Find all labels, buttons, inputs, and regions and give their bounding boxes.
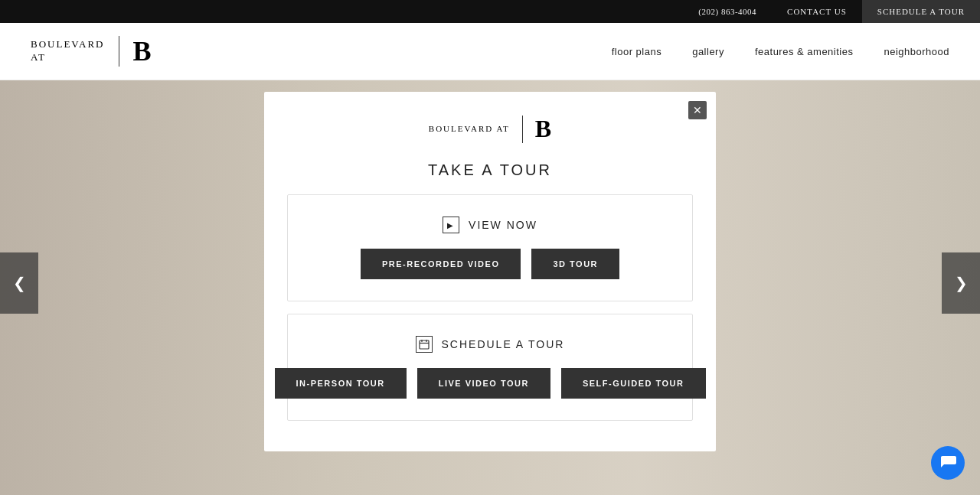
modal-logo-text: BOULEVARD AT <box>429 123 510 135</box>
view-now-buttons: PRE-RECORDED VIDEO 3D TOUR <box>311 249 669 279</box>
modal-title: TAKE A TOUR <box>287 161 693 179</box>
modal-close-button[interactable]: ✕ <box>688 101 707 119</box>
contact-us-link[interactable]: CONTACT US <box>772 7 862 16</box>
modal-logo-b: B <box>535 115 551 143</box>
nav-neighborhood[interactable]: neighborhood <box>884 46 949 57</box>
tour-modal: ✕ BOULEVARD AT B TAKE A TOUR ▶ VIEW NOW … <box>264 92 716 451</box>
modal-logo-divider <box>522 116 523 143</box>
calendar-icon <box>416 336 433 353</box>
slider-next-arrow[interactable]: ❯ <box>942 252 980 314</box>
schedule-tour-section: SCHEDULE A TOUR IN-PERSON TOUR LIVE VIDE… <box>287 314 693 421</box>
3d-tour-button[interactable]: 3D TOUR <box>531 249 619 279</box>
self-guided-tour-button[interactable]: SELF-GUIDED TOUR <box>561 368 706 399</box>
schedule-tour-buttons: IN-PERSON TOUR LIVE VIDEO TOUR SELF-GUID… <box>311 368 669 399</box>
phone-number: (202) 863-4004 <box>683 7 772 16</box>
view-now-section: ▶ VIEW NOW PRE-RECORDED VIDEO 3D TOUR <box>287 194 693 301</box>
nav-features-amenities[interactable]: features & amenities <box>755 46 854 57</box>
prerecorded-video-button[interactable]: PRE-RECORDED VIDEO <box>361 249 521 279</box>
logo-b-letter: B <box>133 37 152 65</box>
svg-rect-0 <box>420 340 429 349</box>
nav-gallery[interactable]: gallery <box>692 46 724 57</box>
play-icon: ▶ <box>443 217 459 233</box>
slider-prev-arrow[interactable]: ❮ <box>0 252 38 314</box>
schedule-tour-label: SCHEDULE A TOUR <box>311 336 669 353</box>
logo-text: BOULEVARD AT <box>31 38 105 64</box>
modal-logo: BOULEVARD AT B <box>287 115 693 143</box>
main-navigation: BOULEVARD AT B floor plans gallery featu… <box>0 23 980 80</box>
view-now-label: ▶ VIEW NOW <box>311 217 669 233</box>
live-video-tour-button[interactable]: LIVE VIDEO TOUR <box>417 368 550 399</box>
schedule-tour-topbar-button[interactable]: SCHEDULE A TOUR <box>862 0 980 23</box>
inperson-tour-button[interactable]: IN-PERSON TOUR <box>275 368 407 399</box>
logo-divider <box>119 36 119 67</box>
nav-links: floor plans gallery features & amenities… <box>612 46 949 57</box>
chat-bubble-button[interactable] <box>931 446 965 480</box>
nav-floor-plans[interactable]: floor plans <box>612 46 662 57</box>
top-bar: (202) 863-4004 CONTACT US SCHEDULE A TOU… <box>0 0 980 23</box>
site-logo[interactable]: BOULEVARD AT B <box>31 36 152 67</box>
